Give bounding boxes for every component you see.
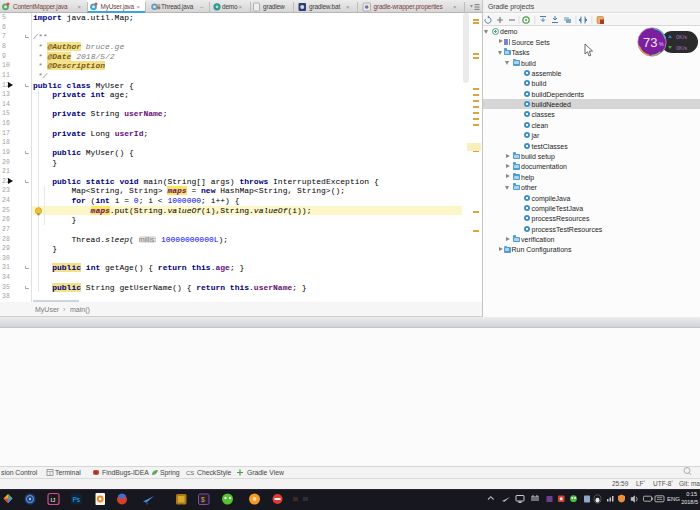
svg-text:Ps: Ps <box>73 496 81 503</box>
svg-text:$: $ <box>201 496 205 503</box>
svg-text:73: 73 <box>643 34 657 49</box>
svg-text:IJ: IJ <box>51 497 56 503</box>
svg-text:2018/5: 2018/5 <box>681 499 698 505</box>
svg-text:CS: CS <box>186 470 194 476</box>
svg-text:0:15: 0:15 <box>686 491 697 497</box>
svg-text:ENG: ENG <box>667 496 680 502</box>
svg-text:%: % <box>659 41 664 47</box>
